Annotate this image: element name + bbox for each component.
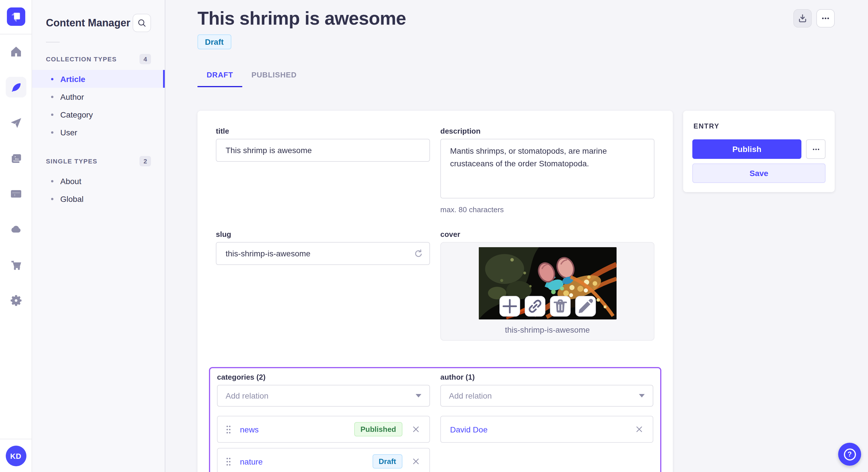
sidebar-item-author[interactable]: Author: [32, 88, 165, 105]
title-input[interactable]: [216, 139, 430, 162]
single-types-label: SINGLE TYPES: [46, 158, 97, 165]
publish-button[interactable]: Publish: [692, 139, 801, 159]
save-button[interactable]: Save: [692, 164, 826, 183]
gear-icon[interactable]: [5, 290, 26, 311]
bullet-icon: [51, 78, 53, 80]
strapi-logo[interactable]: [7, 7, 25, 26]
pencil-icon: [576, 270, 595, 342]
close-icon: [412, 425, 420, 434]
author-add-relation-select[interactable]: Add relation: [440, 385, 653, 407]
subnav-divider: [46, 42, 60, 42]
edit-media-button[interactable]: [575, 296, 596, 316]
categories-relation-list: news Published: [217, 416, 430, 472]
main-content: This shrimp is awesome Draft DRA: [165, 0, 868, 472]
user-avatar[interactable]: KD: [5, 446, 26, 466]
ellipsis-icon: [811, 145, 820, 154]
sidebar-item-about[interactable]: About: [32, 172, 165, 190]
sidebar-item-category[interactable]: Category: [32, 105, 165, 123]
relation-status-badge: Draft: [372, 454, 402, 469]
field-slug: slug: [216, 230, 430, 341]
remove-relation-button[interactable]: [410, 456, 422, 467]
field-description: description Mantis shrimps, or stomatopo…: [440, 127, 654, 214]
description-textarea[interactable]: Mantis shrimps, or stomatopods, are mari…: [440, 139, 654, 198]
status-badge: Draft: [197, 34, 231, 49]
author-relation-list: David Doe: [440, 416, 653, 443]
single-types-list: About Global: [32, 172, 165, 208]
close-icon: [412, 457, 420, 466]
single-types-count: 2: [140, 156, 151, 166]
trash-icon: [550, 270, 570, 342]
categories-placeholder: Add relation: [226, 391, 268, 400]
strapi-app: KD Content Manager COLLECTION TYPES 4 Ar…: [0, 0, 868, 472]
field-cover: cover: [440, 230, 654, 341]
relation-link[interactable]: nature: [240, 457, 262, 466]
sidebar-item-label: User: [60, 128, 77, 137]
sidebar-item-user[interactable]: User: [32, 123, 165, 141]
description-helper: max. 80 characters: [440, 205, 654, 214]
cover-media-box: this-shrimp-is-awesome: [440, 242, 654, 341]
media-images-icon[interactable]: [5, 148, 26, 169]
relation-row-nature: nature Draft: [217, 448, 430, 472]
cloud-icon[interactable]: [5, 219, 26, 240]
bullet-icon: [51, 180, 53, 182]
feather-content-icon[interactable]: [5, 77, 26, 98]
delete-media-button[interactable]: [550, 296, 570, 316]
relations-group-highlighted: categories (2) Add relation: [209, 367, 661, 472]
rail-nav: [5, 34, 26, 311]
entry-panel: ENTRY Publish Save: [683, 111, 835, 192]
subnav-title: Content Manager: [46, 17, 130, 29]
chevron-down-icon: [415, 394, 422, 398]
description-field-label: description: [440, 127, 654, 135]
drag-handle-icon[interactable]: [224, 456, 232, 467]
cover-field-label: cover: [440, 230, 654, 239]
plus-icon: [500, 270, 519, 342]
download-icon: [798, 14, 807, 23]
help-icon: ?: [844, 448, 856, 460]
relation-row-news: news Published: [217, 416, 430, 443]
home-icon[interactable]: [5, 41, 26, 62]
bullet-icon: [51, 131, 53, 133]
remove-relation-button[interactable]: [634, 424, 645, 435]
author-placeholder: Add relation: [449, 391, 492, 400]
field-author: author (1) Add relation David Doe: [440, 373, 653, 472]
slug-field-label: slug: [216, 230, 430, 239]
send-icon[interactable]: [5, 112, 26, 133]
search-button[interactable]: [133, 14, 151, 32]
cart-icon[interactable]: [5, 255, 26, 275]
link-icon: [525, 270, 545, 342]
sidebar-item-label: About: [60, 176, 81, 186]
collection-types-list: Article Author Category User: [32, 70, 165, 141]
export-button[interactable]: [794, 9, 812, 28]
categories-field-label: categories (2): [217, 373, 430, 381]
sidebar-item-article[interactable]: Article: [32, 70, 165, 88]
rail-bottom-divider: [0, 439, 32, 439]
cover-actions: [499, 296, 596, 316]
bullet-icon: [51, 113, 53, 115]
more-options-button[interactable]: [816, 9, 835, 28]
regenerate-slug-button[interactable]: [413, 242, 423, 265]
relation-link[interactable]: news: [240, 425, 259, 434]
content-manager-subnav: Content Manager COLLECTION TYPES 4 Artic…: [32, 0, 165, 472]
author-field-label: author (1): [440, 373, 653, 381]
entry-form-card: title description Mantis shrimps, or sto…: [197, 111, 673, 472]
drag-handle-icon[interactable]: [224, 424, 232, 435]
sidebar-item-label: Global: [60, 194, 84, 203]
categories-add-relation-select[interactable]: Add relation: [217, 385, 430, 407]
remove-relation-button[interactable]: [410, 424, 422, 435]
collection-types-count: 4: [140, 54, 151, 64]
layout-icon[interactable]: [5, 183, 26, 204]
sidebar-item-global[interactable]: Global: [32, 190, 165, 208]
bullet-icon: [51, 96, 53, 98]
entry-more-button[interactable]: [806, 139, 826, 159]
slug-input[interactable]: [216, 242, 430, 265]
copy-link-button[interactable]: [524, 296, 545, 316]
tab-published[interactable]: PUBLISHED: [242, 66, 306, 87]
help-button[interactable]: ?: [838, 443, 861, 466]
relation-link[interactable]: David Doe: [450, 425, 488, 434]
refresh-icon: [413, 248, 423, 258]
search-icon: [137, 19, 146, 28]
header-actions: [794, 8, 835, 28]
add-media-button[interactable]: [499, 296, 520, 316]
tab-draft[interactable]: DRAFT: [197, 66, 242, 87]
version-tabs: DRAFT PUBLISHED: [197, 66, 835, 87]
